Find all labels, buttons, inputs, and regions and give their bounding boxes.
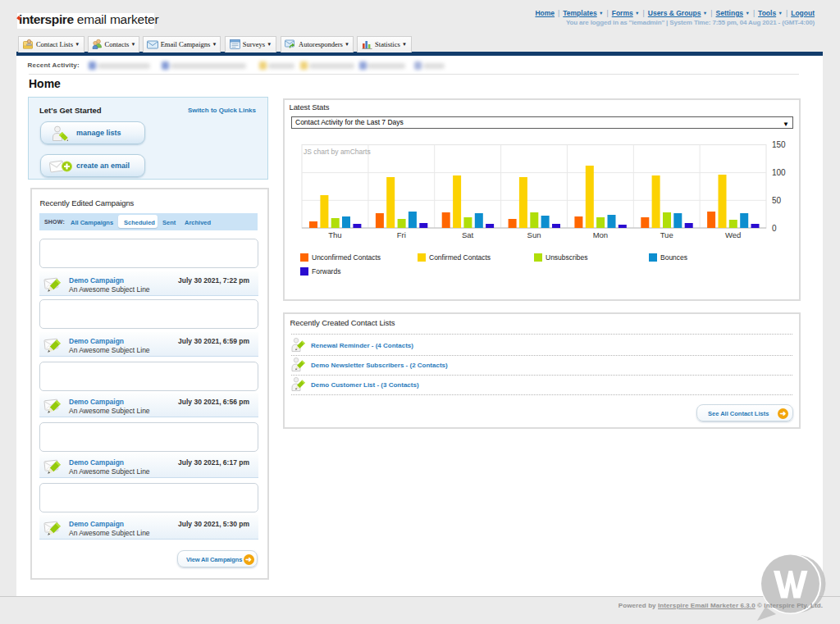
svg-text:50: 50 [772, 196, 782, 205]
svg-text:Tue: Tue [660, 230, 673, 239]
svg-text:JS chart by amCharts: JS chart by amCharts [304, 148, 371, 156]
svg-text:Fri: Fri [397, 230, 406, 239]
svg-text:Wed: Wed [725, 230, 741, 239]
svg-text:100: 100 [772, 168, 786, 177]
svg-text:Mon: Mon [593, 230, 608, 239]
svg-text:Thu: Thu [328, 230, 341, 239]
svg-text:0: 0 [772, 224, 777, 233]
svg-text:Sun: Sun [527, 230, 541, 239]
svg-text:150: 150 [772, 140, 786, 149]
svg-text:Sat: Sat [462, 230, 474, 239]
